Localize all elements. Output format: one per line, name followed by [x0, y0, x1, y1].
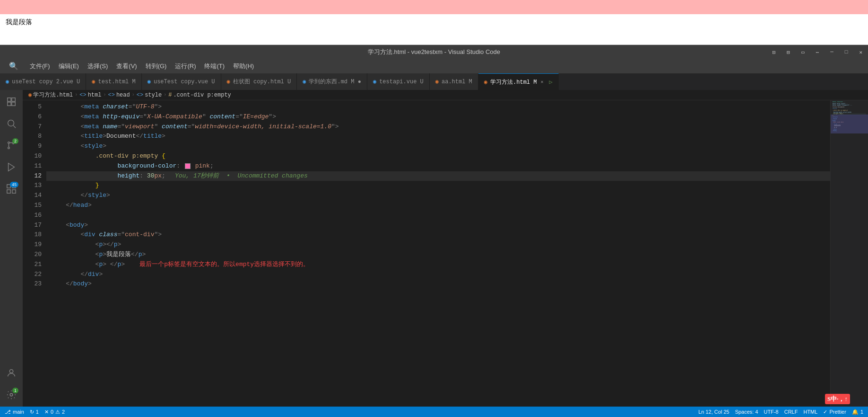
search-menu-icon[interactable]: 🔍 — [2, 59, 25, 73]
menu-run[interactable]: 运行(R) — [171, 61, 200, 71]
svg-rect-3 — [12, 102, 15, 106]
tab-close-button[interactable]: ✕ — [539, 79, 544, 85]
run-debug-activity-icon[interactable] — [3, 159, 19, 175]
menu-view[interactable]: 查看(V) — [113, 61, 140, 71]
activity-bar: 2 45 1 — [0, 90, 23, 407]
tab-label: test.html M — [98, 79, 136, 85]
tab-label: 学到的东西.md M ● — [309, 78, 361, 86]
preview-paragraph: 我是段落 — [0, 14, 868, 30]
extensions-activity-icon[interactable]: 45 — [3, 181, 19, 197]
breadcrumb-head-label[interactable]: head — [116, 92, 130, 98]
more-icon[interactable]: ⋯ — [810, 45, 825, 59]
tab-usetest-copy[interactable]: ◉ useTest copy.vue U — [142, 73, 221, 90]
line-num-6: 6 — [23, 112, 42, 122]
settings-activity-icon[interactable]: 1 — [3, 387, 19, 403]
status-encoding[interactable]: UTF-8 — [764, 409, 779, 415]
tab-testhtml[interactable]: ◉ test.html M — [86, 73, 141, 90]
code-line-15: </head> — [46, 201, 830, 211]
maximize-button[interactable]: □ — [839, 45, 854, 59]
tab-label: 柱状图 copy.html U — [233, 78, 291, 86]
menu-terminal[interactable]: 终端(T) — [200, 61, 228, 71]
menu-help[interactable]: 帮助(H) — [229, 61, 258, 71]
status-notifications[interactable]: 🔔 1 — [852, 409, 863, 415]
language-text: HTML — [803, 409, 817, 415]
line-num-20: 20 — [23, 250, 42, 260]
breadcrumb-head[interactable]: <> head — [108, 92, 130, 98]
sync-count: 1 — [36, 409, 39, 415]
title-bar: 学习方法.html - vue2testxm - Visual Studio C… — [0, 45, 868, 59]
breadcrumb-selector[interactable]: # .cont-div p:empty — [168, 92, 231, 98]
tab-icon: ◉ — [435, 78, 439, 85]
code-line-13: } — [46, 181, 830, 191]
breadcrumb-selector-label[interactable]: .cont-div p:empty — [173, 92, 231, 98]
breadcrumb-style[interactable]: <> style — [137, 92, 162, 98]
layout-icon[interactable]: ⊡ — [767, 45, 781, 59]
tab-testapi[interactable]: ◉ testapi.vue U — [367, 73, 430, 90]
code-content[interactable]: <meta charset="UTF-8"> <meta http-equiv=… — [46, 100, 830, 407]
status-language[interactable]: HTML — [803, 409, 817, 415]
split-icon[interactable]: ⊟ — [781, 45, 796, 59]
status-sync[interactable]: ↻ 1 — [30, 409, 39, 415]
line-num-17: 17 — [23, 221, 42, 231]
color-swatch — [185, 163, 191, 169]
code-line-10: .cont-div p:empty { — [46, 151, 830, 161]
svg-point-4 — [8, 120, 14, 126]
menu-edit[interactable]: 编辑(E) — [55, 61, 83, 71]
breadcrumb-html[interactable]: <> html — [79, 92, 101, 98]
source-control-badge: 2 — [12, 138, 18, 144]
minimap-highlight — [831, 115, 868, 133]
line-num-13: 13 — [23, 181, 42, 191]
menu-bar: 🔍 文件(F) 编辑(E) 选择(S) 查看(V) 转到(G) 运行(R) 终端… — [0, 59, 868, 73]
breadcrumb-style-label[interactable]: style — [145, 92, 162, 98]
status-position[interactable]: Ln 12, Col 25 — [698, 409, 729, 415]
menu-select[interactable]: 选择(S) — [84, 61, 112, 71]
status-formatter[interactable]: ✓ Prettier — [823, 409, 846, 415]
breadcrumb-file-label[interactable]: 学习方法.html — [33, 91, 73, 99]
tab-label: useTest copy.vue U — [154, 79, 215, 85]
status-spaces[interactable]: Spaces: 4 — [735, 409, 758, 415]
status-branch[interactable]: ⎇ main — [5, 409, 24, 415]
code-line-9: <style> — [46, 142, 830, 151]
tag-icon-1: <> — [79, 92, 86, 98]
svg-marker-9 — [9, 163, 15, 171]
close-button[interactable]: ✕ — [853, 45, 868, 59]
tab-aa[interactable]: ◉ aa.html M — [430, 73, 478, 90]
tab-learning-method[interactable]: ◉ 学习方法.html M ✕ ▷ — [478, 73, 559, 90]
account-activity-icon[interactable] — [3, 365, 19, 381]
code-line-11: background-color: pink; — [46, 161, 830, 171]
line-num-22: 22 — [23, 270, 42, 280]
svg-rect-12 — [7, 190, 10, 193]
line-num-19: 19 — [23, 240, 42, 250]
tab-chart-copy[interactable]: ◉ 柱状图 copy.html U — [221, 73, 297, 90]
breadcrumb-file[interactable]: ◉ 学习方法.html — [28, 91, 73, 99]
line-num-10: 10 — [23, 151, 42, 161]
settings-badge: 1 — [12, 388, 18, 393]
warning-count: 2 — [62, 409, 65, 415]
run-icon[interactable]: ▷ — [549, 79, 552, 86]
source-control-activity-icon[interactable]: 2 — [3, 137, 19, 153]
status-errors[interactable]: ✕ 0 ⚠ 2 — [44, 409, 65, 415]
menu-file[interactable]: 文件(F) — [26, 61, 54, 71]
status-line-ending[interactable]: CRLF — [784, 409, 798, 415]
menu-goto[interactable]: 转到(G) — [142, 61, 171, 71]
formatter-text: Prettier — [829, 409, 846, 415]
spaces-text: Spaces: 4 — [735, 409, 758, 415]
search-activity-icon[interactable] — [3, 115, 19, 132]
tab-label: testapi.vue U — [379, 79, 424, 85]
status-bar: ⎇ main ↻ 1 ✕ 0 ⚠ 2 Ln 12, Col 25 Spaces:… — [0, 407, 868, 417]
explorer-activity-icon[interactable] — [3, 94, 19, 110]
svg-point-15 — [10, 393, 13, 396]
svg-point-6 — [8, 147, 10, 149]
minimize-button[interactable]: ─ — [825, 45, 839, 59]
panel-icon[interactable]: ▭ — [796, 45, 810, 59]
ime-indicator[interactable]: S中·，↑ — [825, 394, 850, 404]
line-num-18: 18 — [23, 230, 42, 240]
tab-learned[interactable]: ◉ 学到的东西.md M ● — [297, 73, 367, 90]
tab-icon: ◉ — [6, 78, 9, 85]
tab-usetest-copy2[interactable]: ◉ useTest copy 2.vue U — [0, 73, 86, 90]
code-line-16 — [46, 211, 830, 221]
breadcrumb-html-label[interactable]: html — [88, 92, 102, 98]
line-num-7: 7 — [23, 122, 42, 132]
code-line-6: <meta http-equiv="X-UA-Compatible" conte… — [46, 112, 830, 122]
encoding-text: UTF-8 — [764, 409, 779, 415]
